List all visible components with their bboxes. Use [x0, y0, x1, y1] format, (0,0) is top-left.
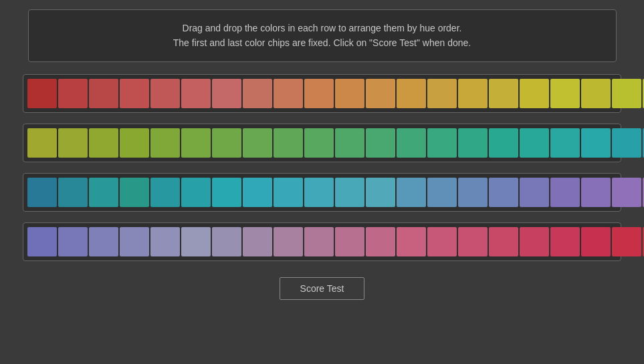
- color-chip-r4-c14[interactable]: [427, 227, 457, 256]
- color-chip-r1-c2[interactable]: [58, 79, 88, 108]
- color-chip-r2-c1[interactable]: [27, 128, 57, 158]
- color-chip-r1-c17[interactable]: [520, 79, 549, 108]
- color-chip-r1-c11[interactable]: [335, 79, 364, 108]
- color-chip-r2-c8[interactable]: [243, 128, 272, 158]
- color-row-2[interactable]: [23, 124, 621, 162]
- color-chip-r3-c17[interactable]: [520, 178, 549, 207]
- color-chip-r3-c20[interactable]: [612, 178, 641, 207]
- color-chip-r1-c7[interactable]: [212, 79, 241, 108]
- color-chip-r2-c10[interactable]: [304, 128, 334, 158]
- color-chip-r1-c8[interactable]: [243, 79, 272, 108]
- color-chip-r1-c3[interactable]: [89, 79, 118, 108]
- color-chip-r2-c19[interactable]: [581, 128, 611, 158]
- color-chip-r3-c19[interactable]: [581, 178, 611, 207]
- color-chip-r4-c20[interactable]: [612, 227, 641, 256]
- color-chip-r1-c1[interactable]: [27, 79, 57, 108]
- color-chip-r3-c18[interactable]: [550, 178, 580, 207]
- color-chip-r2-c16[interactable]: [489, 128, 518, 158]
- color-chip-r1-c9[interactable]: [274, 79, 303, 108]
- color-chip-r4-c2[interactable]: [58, 227, 88, 256]
- color-chip-r1-c16[interactable]: [489, 79, 518, 108]
- color-chip-r2-c12[interactable]: [366, 128, 395, 158]
- color-chip-r3-c5[interactable]: [150, 178, 180, 207]
- color-chip-r1-c13[interactable]: [397, 79, 426, 108]
- color-chip-r1-c19[interactable]: [581, 79, 611, 108]
- color-row-4[interactable]: [23, 222, 621, 261]
- score-test-button[interactable]: Score Test: [280, 277, 365, 300]
- color-chip-r2-c9[interactable]: [274, 128, 303, 158]
- color-chip-r2-c5[interactable]: [150, 128, 180, 158]
- color-chip-r1-c15[interactable]: [458, 79, 488, 108]
- color-chip-r2-c20[interactable]: [612, 128, 641, 158]
- color-chip-r4-c16[interactable]: [489, 227, 518, 256]
- color-chip-r2-c17[interactable]: [520, 128, 549, 158]
- color-chip-r4-c5[interactable]: [150, 227, 180, 256]
- color-chip-r3-c8[interactable]: [243, 178, 272, 207]
- color-chip-r3-c15[interactable]: [458, 178, 488, 207]
- color-chip-r3-c9[interactable]: [274, 178, 303, 207]
- color-chip-r3-c13[interactable]: [397, 178, 426, 207]
- instruction-line2: The first and last color chips are fixed…: [45, 35, 600, 50]
- color-chip-r3-c4[interactable]: [120, 178, 149, 207]
- color-chip-r4-c1[interactable]: [27, 227, 57, 256]
- color-chip-r2-c13[interactable]: [397, 128, 426, 158]
- color-row-1[interactable]: [23, 74, 621, 113]
- color-chip-r2-c11[interactable]: [335, 128, 364, 158]
- color-row-3[interactable]: [23, 173, 621, 212]
- color-chip-r2-c4[interactable]: [120, 128, 149, 158]
- color-chip-r4-c3[interactable]: [89, 227, 118, 256]
- color-chip-r4-c10[interactable]: [304, 227, 334, 256]
- color-chip-r2-c7[interactable]: [212, 128, 241, 158]
- color-chip-r3-c1[interactable]: [27, 178, 57, 207]
- color-chip-r4-c6[interactable]: [181, 227, 211, 256]
- color-chip-r4-c11[interactable]: [335, 227, 364, 256]
- color-chip-r4-c9[interactable]: [274, 227, 303, 256]
- instructions-box: Drag and drop the colors in each row to …: [28, 9, 617, 62]
- color-chip-r4-c7[interactable]: [212, 227, 241, 256]
- color-chip-r2-c6[interactable]: [181, 128, 211, 158]
- color-chip-r1-c5[interactable]: [150, 79, 180, 108]
- color-chip-r1-c10[interactable]: [304, 79, 334, 108]
- instruction-line1: Drag and drop the colors in each row to …: [45, 21, 600, 35]
- color-chip-r3-c14[interactable]: [427, 178, 457, 207]
- color-chip-r2-c15[interactable]: [458, 128, 488, 158]
- color-chip-r1-c18[interactable]: [550, 79, 580, 108]
- color-chip-r2-c3[interactable]: [89, 128, 118, 158]
- color-chip-r3-c7[interactable]: [212, 178, 241, 207]
- color-chip-r2-c18[interactable]: [550, 128, 580, 158]
- color-chip-r4-c15[interactable]: [458, 227, 488, 256]
- color-chip-r1-c14[interactable]: [427, 79, 457, 108]
- color-chip-r2-c2[interactable]: [58, 128, 88, 158]
- color-chip-r4-c17[interactable]: [520, 227, 549, 256]
- color-chip-r4-c13[interactable]: [397, 227, 426, 256]
- color-chip-r3-c6[interactable]: [181, 178, 211, 207]
- color-chip-r3-c11[interactable]: [335, 178, 364, 207]
- color-chip-r3-c2[interactable]: [58, 178, 88, 207]
- color-chip-r3-c12[interactable]: [366, 178, 395, 207]
- color-chip-r1-c12[interactable]: [366, 79, 395, 108]
- color-chip-r1-c6[interactable]: [181, 79, 211, 108]
- color-chip-r4-c18[interactable]: [550, 227, 580, 256]
- color-chip-r4-c8[interactable]: [243, 227, 272, 256]
- color-chip-r4-c12[interactable]: [366, 227, 395, 256]
- color-chip-r4-c19[interactable]: [581, 227, 611, 256]
- color-chip-r3-c16[interactable]: [489, 178, 518, 207]
- color-chip-r2-c14[interactable]: [427, 128, 457, 158]
- color-chip-r1-c20[interactable]: [612, 79, 641, 108]
- color-chip-r1-c4[interactable]: [120, 79, 149, 108]
- color-chip-r3-c10[interactable]: [304, 178, 334, 207]
- color-chip-r4-c4[interactable]: [120, 227, 149, 256]
- color-chip-r3-c3[interactable]: [89, 178, 118, 207]
